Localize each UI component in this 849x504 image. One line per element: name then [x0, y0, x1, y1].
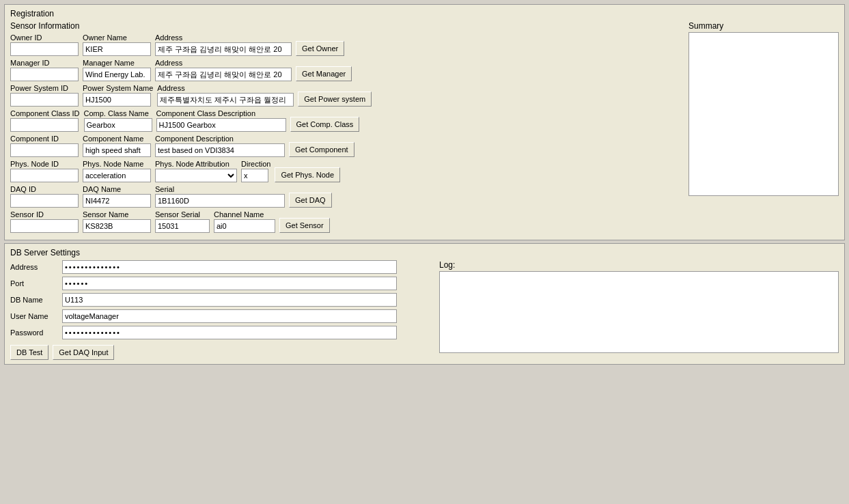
channel-name-label: Channel Name	[214, 210, 275, 219]
summary-box	[688, 32, 839, 196]
phys-node-attribution-select[interactable]	[155, 169, 237, 182]
sensor-serial-input[interactable]	[155, 219, 210, 233]
get-power-system-button[interactable]: Get Power system	[298, 92, 372, 107]
phys-node-id-input[interactable]	[10, 169, 79, 182]
get-daq-button[interactable]: Get DAQ	[289, 193, 332, 208]
db-address-input[interactable]	[62, 260, 397, 274]
owner-name-label: Owner Name	[83, 33, 151, 42]
power-system-name-label: Power System Name	[83, 84, 153, 92]
channel-name-input[interactable]	[214, 219, 275, 233]
db-name-label: DB Name	[10, 296, 58, 304]
sensor-id-input[interactable]	[10, 219, 79, 233]
db-port-input[interactable]	[62, 277, 397, 290]
db-settings-title: DB Server Settings	[10, 248, 839, 257]
phys-node-direction-label: Direction	[241, 160, 270, 168]
comp-class-desc-input[interactable]	[156, 118, 286, 132]
log-box	[439, 271, 839, 353]
manager-name-input[interactable]	[83, 68, 151, 81]
comp-class-name-input[interactable]	[84, 118, 152, 132]
component-name-label: Component Name	[83, 135, 151, 143]
daq-name-label: DAQ Name	[83, 185, 151, 193]
component-id-label: Component ID	[10, 135, 79, 143]
owner-id-label: Owner ID	[10, 33, 79, 42]
db-address-label: Address	[10, 263, 58, 271]
power-system-id-label: Power System ID	[10, 84, 79, 92]
component-name-input[interactable]	[83, 143, 151, 157]
manager-address-label: Address	[155, 59, 292, 67]
get-phys-node-button[interactable]: Get Phys. Node	[275, 167, 340, 182]
comp-class-desc-label: Component Class Description	[156, 109, 286, 117]
component-desc-label: Component Description	[155, 135, 285, 143]
sensor-id-label: Sensor ID	[10, 210, 79, 219]
daq-serial-label: Serial	[155, 185, 285, 193]
owner-address-input[interactable]	[155, 42, 292, 56]
db-test-button[interactable]: DB Test	[10, 345, 48, 360]
sensor-name-label: Sensor Name	[83, 210, 151, 219]
get-owner-button[interactable]: Get Owner	[296, 41, 344, 56]
owner-address-label: Address	[155, 33, 292, 42]
phys-node-attribution-label: Phys. Node Attribution	[155, 160, 237, 168]
power-system-address-input[interactable]	[157, 93, 294, 107]
db-username-label: User Name	[10, 312, 58, 320]
owner-name-input[interactable]	[83, 42, 151, 56]
phys-node-id-label: Phys. Node ID	[10, 160, 79, 168]
manager-id-label: Manager ID	[10, 59, 79, 67]
owner-id-input[interactable]	[10, 42, 79, 56]
db-name-input[interactable]	[62, 293, 397, 307]
manager-address-input[interactable]	[155, 68, 292, 81]
daq-id-input[interactable]	[10, 194, 79, 208]
manager-id-input[interactable]	[10, 68, 79, 81]
registration-title: Registration	[10, 9, 839, 18]
get-comp-class-button[interactable]: Get Comp. Class	[290, 117, 360, 132]
get-daq-input-button[interactable]: Get DAQ Input	[53, 345, 114, 360]
get-component-button[interactable]: Get Component	[289, 142, 354, 157]
db-password-input[interactable]	[62, 326, 397, 339]
log-label: Log:	[439, 260, 839, 270]
phys-node-name-input[interactable]	[83, 169, 151, 182]
comp-class-id-input[interactable]	[10, 118, 79, 132]
sensor-serial-label: Sensor Serial	[155, 210, 210, 219]
phys-node-name-label: Phys. Node Name	[83, 160, 151, 168]
comp-class-name-label: Comp. Class Name	[84, 109, 152, 117]
daq-id-label: DAQ ID	[10, 185, 79, 193]
comp-class-id-label: Component Class ID	[10, 109, 80, 117]
manager-name-label: Manager Name	[83, 59, 151, 67]
power-system-id-input[interactable]	[10, 93, 79, 107]
sensor-info-label: Sensor Information	[10, 21, 683, 31]
daq-name-input[interactable]	[83, 194, 151, 208]
summary-label: Summary	[688, 21, 839, 31]
get-sensor-button[interactable]: Get Sensor	[279, 218, 330, 233]
db-password-label: Password	[10, 328, 58, 337]
daq-serial-input[interactable]	[155, 194, 285, 208]
component-id-input[interactable]	[10, 143, 79, 157]
db-port-label: Port	[10, 279, 58, 288]
power-system-address-label: Address	[157, 84, 294, 92]
component-desc-input[interactable]	[155, 143, 285, 157]
sensor-name-input[interactable]	[83, 219, 151, 233]
db-username-input[interactable]	[62, 309, 397, 323]
power-system-name-input[interactable]	[83, 93, 151, 107]
get-manager-button[interactable]: Get Manager	[296, 66, 352, 81]
phys-node-direction-input[interactable]	[241, 169, 268, 182]
